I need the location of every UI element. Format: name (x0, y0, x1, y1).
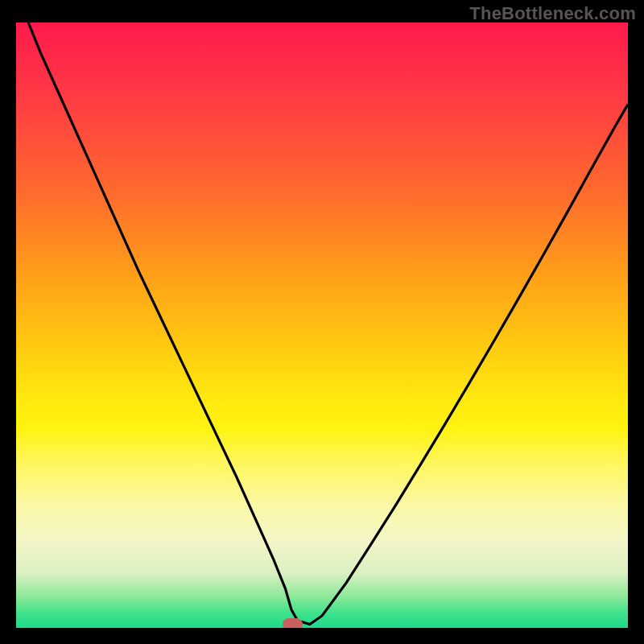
bottleneck-marker (283, 618, 303, 628)
plot-area (16, 23, 628, 628)
curve-path (28, 23, 628, 624)
chart-container: TheBottleneck.com (0, 0, 644, 644)
curve-layer (16, 23, 628, 628)
watermark-text: TheBottleneck.com (469, 3, 636, 24)
